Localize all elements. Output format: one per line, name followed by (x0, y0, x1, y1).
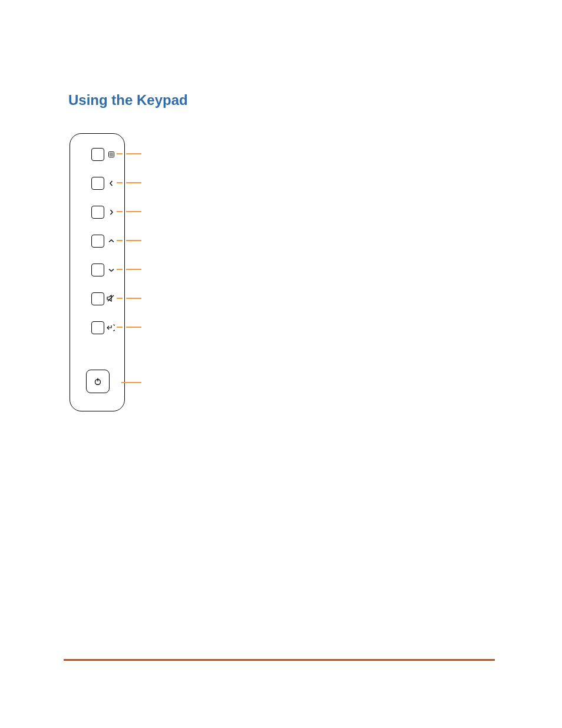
keypad-button-right[interactable] (91, 206, 104, 219)
chevron-left-icon (107, 179, 116, 188)
keypad-button-up[interactable] (91, 235, 104, 248)
callout-line (126, 269, 141, 270)
keypad-button-power[interactable] (86, 370, 110, 393)
callout-line (126, 240, 141, 241)
callout-line (117, 240, 123, 241)
callout-line (117, 182, 123, 183)
keypad-button-down[interactable] (91, 263, 104, 276)
callout-line (126, 182, 141, 183)
keypad-button-left[interactable] (91, 177, 104, 190)
callout-line (126, 153, 141, 154)
keypad-button-enter[interactable] (91, 321, 104, 334)
keypad-outline (70, 133, 125, 411)
callout-line (117, 153, 123, 154)
callout-line (126, 211, 141, 212)
enter-icon (105, 322, 116, 333)
chevron-right-icon (107, 207, 116, 217)
keypad-button-menu[interactable] (91, 148, 104, 161)
page-heading: Using the Keypad (68, 92, 188, 108)
mute-icon (105, 293, 116, 304)
callout-line (126, 298, 141, 299)
callout-line (117, 298, 123, 299)
menu-lines-icon (107, 150, 116, 159)
callout-line (117, 211, 123, 212)
callout-line (117, 269, 123, 270)
document-page: Using the Keypad (0, 0, 562, 728)
footer-rule (64, 659, 495, 661)
chevron-up-icon (107, 236, 116, 246)
callout-line (121, 382, 141, 383)
keypad-button-mute[interactable] (91, 292, 104, 305)
callout-line (126, 327, 141, 328)
svg-line-5 (108, 295, 114, 301)
callout-line (117, 327, 123, 328)
power-icon (94, 377, 102, 386)
chevron-down-icon (107, 265, 116, 275)
